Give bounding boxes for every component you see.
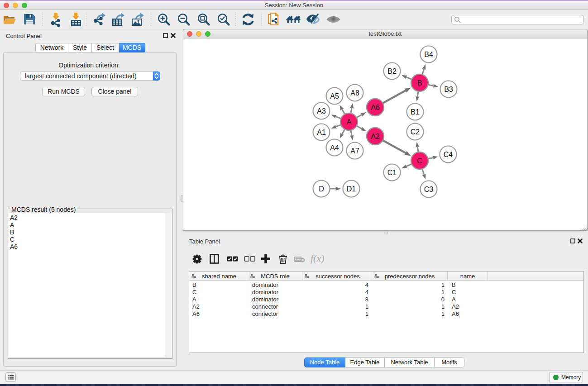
svg-text:A3: A3 [317, 107, 326, 115]
svg-text:B: B [452, 281, 456, 288]
svg-text:C3: C3 [424, 186, 434, 193]
svg-text:B2: B2 [387, 67, 397, 75]
svg-text:4: 4 [365, 289, 368, 295]
svg-text:C: C [452, 289, 456, 295]
svg-text:0: 0 [441, 296, 445, 303]
svg-text:A: A [452, 296, 456, 303]
svg-text:1: 1 [441, 303, 445, 310]
svg-text:A1: A1 [317, 129, 326, 136]
svg-text:1: 1 [441, 310, 445, 317]
svg-text:A6: A6 [452, 310, 459, 317]
svg-text:predecessor nodes: predecessor nodes [385, 273, 435, 280]
svg-text:1: 1 [441, 281, 445, 288]
svg-text:A8: A8 [350, 89, 359, 97]
svg-text:1: 1 [365, 303, 368, 310]
svg-text:B: B [417, 79, 422, 87]
svg-text:dominator: dominator [252, 289, 278, 295]
svg-text:dominator: dominator [252, 281, 278, 288]
svg-text:A4: A4 [330, 144, 339, 152]
svg-text:C: C [417, 157, 422, 165]
svg-text:A2: A2 [192, 303, 200, 310]
svg-text:D: D [319, 185, 324, 193]
svg-text:A6: A6 [192, 310, 200, 317]
svg-text:B3: B3 [444, 86, 453, 93]
svg-text:4: 4 [365, 281, 368, 288]
svg-text:connector: connector [252, 310, 278, 317]
svg-text:B4: B4 [424, 51, 433, 58]
svg-text:1: 1 [365, 310, 368, 317]
svg-text:C4: C4 [444, 151, 453, 158]
svg-text:1: 1 [441, 289, 445, 295]
svg-text:MCDS role: MCDS role [261, 273, 290, 280]
svg-text:A: A [347, 118, 352, 126]
svg-text:shared name: shared name [202, 273, 236, 280]
svg-text:D1: D1 [347, 185, 356, 193]
svg-text:C2: C2 [411, 128, 420, 136]
svg-text:connector: connector [252, 303, 278, 310]
svg-text:name: name [460, 273, 475, 280]
svg-text:A: A [192, 296, 196, 303]
svg-text:A7: A7 [350, 147, 359, 155]
svg-text:C1: C1 [387, 169, 397, 176]
svg-text:A6: A6 [371, 104, 380, 111]
svg-text:B: B [192, 281, 196, 288]
svg-text:A5: A5 [330, 92, 339, 100]
svg-text:successor nodes: successor nodes [316, 273, 360, 280]
svg-text:A2: A2 [371, 133, 380, 140]
svg-text:B1: B1 [411, 108, 420, 116]
svg-text:8: 8 [365, 296, 368, 303]
svg-text:C: C [192, 289, 196, 295]
svg-text:dominator: dominator [252, 296, 278, 303]
svg-text:A2: A2 [452, 303, 459, 310]
